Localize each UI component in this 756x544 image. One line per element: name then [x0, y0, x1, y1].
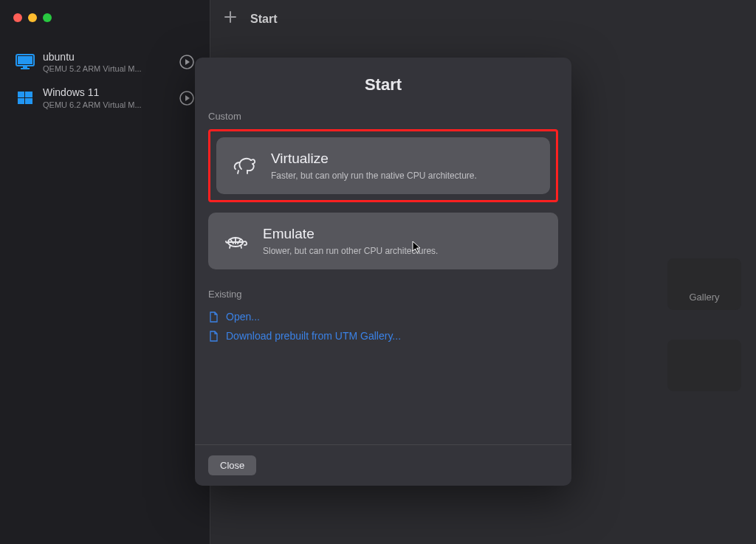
vm-subtitle: QEMU 5.2 ARM Virtual M... — [43, 63, 179, 74]
close-button[interactable]: Close — [208, 455, 256, 475]
option-description: Slower, but can run other CPU architectu… — [263, 246, 543, 256]
existing-section-label: Existing — [208, 289, 558, 300]
vm-item-windows[interactable]: Windows 11 QEMU 6.2 ARM Virtual M... — [7, 80, 202, 115]
svg-rect-6 — [25, 92, 32, 97]
toolbar-title: Start — [250, 13, 277, 26]
maximize-window-button[interactable] — [43, 13, 52, 22]
rabbit-icon — [231, 155, 258, 177]
gallery-card-2 — [667, 340, 741, 391]
emulate-option[interactable]: Emulate Slower, but can run other CPU ar… — [208, 213, 558, 269]
vm-list: ubuntu QEMU 5.2 ARM Virtual M... — [0, 30, 210, 116]
highlight-annotation: Virtualize Faster, but can only run the … — [208, 129, 558, 202]
svg-rect-8 — [25, 98, 32, 104]
link-text: Open... — [226, 311, 260, 323]
windows-icon — [15, 89, 35, 107]
download-gallery-link[interactable]: Download prebuilt from UTM Gallery... — [208, 326, 558, 345]
modal-footer: Close — [195, 444, 571, 486]
option-title: Emulate — [263, 226, 543, 242]
turtle-icon — [223, 230, 250, 252]
gallery-card: Gallery — [667, 258, 741, 310]
svg-rect-1 — [18, 56, 32, 64]
add-vm-button[interactable] — [224, 10, 237, 27]
link-text: Download prebuilt from UTM Gallery... — [226, 330, 401, 342]
virtualize-option[interactable]: Virtualize Faster, but can only run the … — [216, 137, 550, 194]
vm-name: Windows 11 — [43, 86, 179, 99]
minimize-window-button[interactable] — [28, 13, 37, 22]
toolbar: Start — [210, 0, 756, 38]
monitor-icon — [15, 53, 35, 71]
modal-title: Start — [195, 58, 571, 108]
play-button-icon[interactable] — [179, 90, 195, 106]
sidebar: ubuntu QEMU 5.2 ARM Virtual M... — [0, 0, 210, 544]
window-controls — [0, 0, 210, 30]
open-link[interactable]: Open... — [208, 307, 558, 326]
vm-name: ubuntu — [43, 50, 179, 63]
document-icon — [208, 311, 219, 323]
option-title: Virtualize — [271, 151, 535, 167]
svg-rect-5 — [18, 92, 24, 97]
option-description: Faster, but can only run the native CPU … — [271, 171, 535, 181]
svg-rect-3 — [21, 68, 30, 69]
document-icon — [208, 330, 219, 342]
custom-section-label: Custom — [208, 111, 558, 122]
start-modal: Start Custom Virtualize Faster, but can … — [195, 58, 571, 486]
close-window-button[interactable] — [13, 13, 22, 22]
svg-rect-7 — [18, 98, 24, 104]
vm-subtitle: QEMU 6.2 ARM Virtual M... — [43, 100, 179, 110]
play-button-icon[interactable] — [179, 54, 195, 70]
vm-item-ubuntu[interactable]: ubuntu QEMU 5.2 ARM Virtual M... — [7, 44, 202, 80]
svg-rect-2 — [23, 66, 27, 68]
